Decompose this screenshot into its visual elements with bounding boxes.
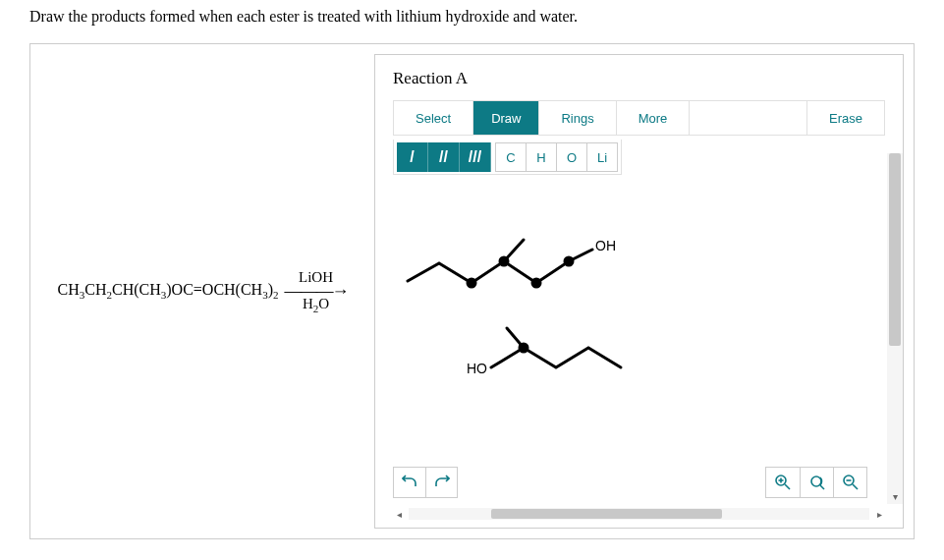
- svg-line-13: [820, 485, 824, 489]
- svg-line-9: [785, 484, 790, 489]
- undo-icon: [402, 475, 417, 490]
- svg-line-4: [504, 240, 524, 261]
- triple-bond-button[interactable]: ///: [460, 142, 491, 172]
- toolbar-spacer: [689, 101, 806, 135]
- reaction-equation-panel: CH3CH2CH(CH3)OC=OCH(CH3)2 LiOH ———→ H2O: [30, 44, 374, 538]
- reaction-equation: CH3CH2CH(CH3)OC=OCH(CH3)2 LiOH ———→ H2O: [58, 269, 348, 314]
- zoom-fit-icon: [808, 474, 826, 491]
- zoom-group: [765, 467, 867, 498]
- scroll-h-thumb[interactable]: [491, 509, 722, 519]
- atom-c-button[interactable]: C: [495, 142, 527, 172]
- scroll-right-icon[interactable]: ▸: [871, 509, 887, 520]
- scroll-h-track[interactable]: [409, 508, 869, 520]
- double-bond-button[interactable]: //: [428, 142, 460, 172]
- svg-point-3: [565, 257, 573, 265]
- scroll-left-icon[interactable]: ◂: [391, 509, 407, 520]
- erase-mode-button[interactable]: Erase: [806, 101, 884, 135]
- vertical-scrollbar[interactable]: ▾: [887, 153, 903, 504]
- ho-label-bottom: HO: [467, 361, 487, 376]
- svg-line-5: [491, 348, 524, 367]
- drawing-canvas[interactable]: OH HO: [393, 183, 885, 459]
- svg-line-7: [507, 328, 524, 348]
- mode-toolbar: Select Draw Rings More Erase: [393, 100, 885, 136]
- select-mode-button[interactable]: Select: [394, 101, 472, 135]
- single-bond-button[interactable]: /: [397, 142, 428, 172]
- reactant-formula: CH3CH2CH(CH3)OC=OCH(CH3)2: [58, 281, 279, 301]
- zoom-out-icon: [842, 474, 860, 491]
- zoom-out-button[interactable]: [833, 468, 866, 497]
- history-group: [393, 467, 458, 498]
- svg-line-15: [853, 484, 858, 489]
- more-mode-button[interactable]: More: [616, 101, 690, 135]
- rings-mode-button[interactable]: Rings: [538, 101, 615, 135]
- undo-button[interactable]: [394, 468, 425, 497]
- question-prompt: Draw the products formed when each ester…: [29, 8, 915, 26]
- svg-point-0: [468, 279, 475, 287]
- atom-h-button[interactable]: H: [526, 142, 557, 172]
- scroll-down-icon[interactable]: ▾: [887, 488, 903, 504]
- atom-o-button[interactable]: O: [556, 142, 587, 172]
- canvas-footer: [393, 459, 885, 506]
- molecule-drawing: [393, 183, 864, 438]
- zoom-in-button[interactable]: [766, 468, 800, 497]
- oh-label-top: OH: [595, 238, 616, 253]
- zoom-in-icon: [774, 474, 792, 491]
- horizontal-scrollbar[interactable]: ◂ ▸: [391, 506, 887, 522]
- drawing-editor: Reaction A Select Draw Rings More Erase …: [374, 54, 904, 529]
- svg-point-2: [532, 279, 540, 287]
- redo-button[interactable]: [425, 468, 457, 497]
- panel-title: Reaction A: [393, 69, 885, 88]
- bond-atom-toolbar: / // /// C H O Li: [393, 140, 622, 175]
- reaction-arrow: LiOH ———→ H2O: [285, 269, 348, 314]
- reagent-bottom: H2O: [303, 296, 329, 314]
- draw-mode-button[interactable]: Draw: [472, 101, 538, 135]
- zoom-fit-button[interactable]: [800, 468, 833, 497]
- atom-li-button[interactable]: Li: [586, 142, 618, 172]
- scroll-v-thumb[interactable]: [889, 153, 901, 346]
- redo-icon: [434, 475, 450, 490]
- exercise-container: CH3CH2CH(CH3)OC=OCH(CH3)2 LiOH ———→ H2O …: [29, 43, 915, 539]
